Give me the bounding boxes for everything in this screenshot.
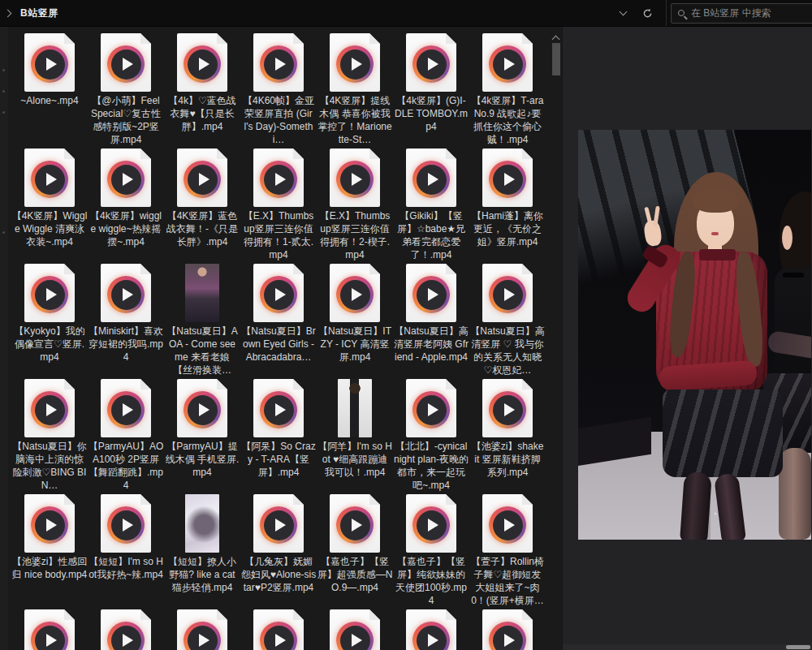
file-item[interactable]: 【4K60帧】金亚荣竖屏直拍 (Girl's Day)-Somethi… [240, 33, 317, 149]
scroll-up-icon[interactable] [552, 36, 560, 44]
video-file-icon [482, 264, 533, 322]
dancer2-leg [779, 448, 811, 540]
file-name: 【4K竖屏】Wiggle Wiggle 清爽泳衣装~.mp4 [12, 209, 88, 248]
file-name: 【Gikiki】【竖屏】☆babe★兄弟看完都恋爱了！.mp4 [394, 209, 469, 261]
file-name: 【Hami蓬】离你更近，《无价之姐》竖屏.mp4 [470, 209, 546, 248]
horizontal-scrollbar-thumb[interactable] [786, 645, 810, 649]
file-item[interactable]: 【池婆zi】shake it 竖屏新鞋挤脚系列.mp4 [469, 379, 546, 494]
search-box[interactable] [671, 3, 812, 24]
video-file-icon [177, 149, 227, 207]
video-file-icon [24, 264, 75, 322]
file-name: 【4k竖屏】(G)I-DLE TOMBOY.mp4 [394, 94, 469, 133]
file-item[interactable]: 【短短】I'm so Hot我好热~辣.mp4 [88, 494, 164, 609]
sidebar-dot-icon [2, 69, 5, 71]
vertical-scrollbar[interactable] [551, 27, 562, 650]
file-name: 【ParmyAU】提线木偶 手机竖屏.mp4 [165, 440, 240, 479]
file-item[interactable]: 【萱子】Rollin椅子舞♡超御短发大姐姐来了~肉0！(竖屏+横屏… [469, 494, 546, 609]
video-file-icon [406, 379, 456, 437]
scrollbar-thumb[interactable] [552, 43, 560, 75]
video-thumbnail [185, 264, 219, 322]
file-name: 【4K竖屏】蓝色战衣舞！-《只是长胖》.mp4 [165, 209, 240, 248]
file-item[interactable]: 【嘉也子】【竖屏】纯欲妹妹的天使团100秒.mp4 [393, 494, 469, 609]
file-item[interactable]: 【E.X】Thumbs up竖屏三连你值得拥有！2-楔子.mp4 [317, 149, 393, 264]
file-name: 【Natsu夏日】高清竖屏 ♡ 我与你的关系无人知晓 ♡权恩妃… [470, 325, 546, 377]
file-item[interactable]: 【Miniskirt】喜欢穿短裙的我吗.mp4 [88, 264, 164, 379]
file-item[interactable]: 【4k竖屏】T-ara No.9 战歌起♪要抓住你这个偷心贼！.mp4 [469, 33, 546, 149]
video-file-icon [101, 379, 151, 437]
file-item[interactable] [469, 609, 546, 650]
video-file-icon [253, 33, 304, 92]
file-item[interactable]: 【4K竖屏】Wiggle Wiggle 清爽泳衣装~.mp4 [11, 149, 88, 264]
breadcrumb: B站竖屏 [20, 6, 58, 20]
video-file-icon [101, 149, 151, 207]
file-item[interactable] [317, 609, 393, 650]
sidebar-dot-icon [2, 231, 5, 234]
file-name: 【池婆zi】shake it 竖屏新鞋挤脚系列.mp4 [470, 440, 546, 479]
video-file-icon [177, 609, 227, 650]
file-item[interactable]: 【4K竖屏】蓝色战衣舞！-《只是长胖》.mp4 [164, 149, 240, 264]
file-item[interactable]: 【Natsu夏日】高清竖屏老阿姨 Gfriend - Apple.mp4 [393, 264, 469, 379]
file-item[interactable]: 【Natsu夏日】ITZY - ICY 高清竖屏.mp4 [317, 264, 393, 379]
search-input[interactable] [691, 7, 812, 19]
video-file-icon [406, 33, 456, 92]
video-file-icon [253, 494, 304, 553]
video-file-icon [482, 33, 533, 92]
video-file-icon [253, 264, 304, 322]
file-item[interactable]: 【Natsu夏日】Brown Eyed Girls - Abracadabra… [240, 264, 317, 379]
file-item[interactable]: 【ParmyAU】AOA100秒 2P竖屏【舞蹈翻跳】.mp4 [88, 379, 164, 494]
file-item[interactable]: 【北北】-cynical night plan-夜晚的都市，来一起玩吧~.mp4 [393, 379, 469, 494]
file-item[interactable]: 【E.X】Thumbs up竖屏三连你值得拥有！1-贰太.mp4 [240, 149, 317, 264]
toolbar-left: B站竖屏 [0, 0, 620, 26]
file-item[interactable]: 【4k】♡蓝色战衣舞♥【只是长胖】.mp4 [164, 33, 240, 149]
file-item[interactable] [393, 609, 469, 650]
file-item[interactable]: 【嘉也子】【竖屏】超强质感—NO.9—.mp4 [317, 494, 393, 609]
file-item[interactable]: 【ParmyAU】提线木偶 手机竖屏.mp4 [164, 379, 240, 494]
file-item[interactable] [11, 609, 88, 650]
video-file-icon [24, 609, 75, 650]
file-item[interactable]: 【阿羊】I'm so Hot ♥细高跟蹦迪 我可以！.mp4 [317, 379, 393, 494]
file-name: 【短短】撩人小野猫? like a cat 猫步轻俏.mp4 [165, 555, 240, 594]
file-name: 【Natsu夏日】AOA - Come see me 来看老娘 【丝滑换装… [165, 325, 240, 377]
video-file-icon [406, 609, 456, 650]
file-item[interactable]: 【Natsu夏日】高清竖屏 ♡ 我与你的关系无人知晓 ♡权恩妃… [469, 264, 546, 379]
file-item[interactable]: 【短短】撩人小野猫? like a cat 猫步轻俏.mp4 [164, 494, 240, 609]
video-file-icon [24, 149, 75, 207]
sidebar-strip [0, 27, 8, 650]
floor-sparkle [715, 513, 716, 514]
file-name: 【池婆zi】性感回归 nice body.mp4 [12, 555, 88, 581]
file-name: 【几兔灰】妩媚怨妇风♥Alone-sistar♥P2竖屏.mp4 [241, 555, 317, 594]
file-item[interactable]: 【Gikiki】【竖屏】☆babe★兄弟看完都恋爱了！.mp4 [393, 149, 469, 264]
file-item[interactable] [88, 609, 164, 650]
file-name: 【4K60帧】金亚荣竖屏直拍 (Girl's Day)-Somethi… [241, 94, 317, 146]
file-name: 【@小萌】Feel Special♡复古性感特别版~2P竖屏.mp4 [89, 94, 164, 146]
file-item[interactable]: 【4k竖屏】(G)I-DLE TOMBOY.mp4 [393, 33, 469, 149]
file-item[interactable]: ~Alone~.mp4 [11, 33, 88, 149]
horizontal-scrollbar[interactable] [563, 644, 812, 650]
dancer2-choker [783, 273, 804, 278]
file-name: 【Kyokyo】我的偶像宣言♡竖屏.mp4 [12, 325, 88, 364]
dropdown-chevron-icon[interactable] [620, 8, 628, 16]
file-item[interactable]: 【4K竖屏】提线木偶 恭喜你被我掌控了！Marionette-St… [317, 33, 393, 149]
file-item[interactable]: 【4k竖屏】wiggle wiggle~热辣摇摆~.mp4 [88, 149, 164, 264]
file-item[interactable]: 【Kyokyo】我的偶像宣言♡竖屏.mp4 [11, 264, 88, 379]
file-item[interactable]: 【Hami蓬】离你更近，《无价之姐》竖屏.mp4 [469, 149, 546, 264]
dancer1-bangs [693, 188, 739, 213]
refresh-icon[interactable] [642, 8, 653, 19]
file-item[interactable] [240, 609, 317, 650]
file-item[interactable]: 【池婆zi】性感回归 nice body.mp4 [11, 494, 88, 609]
file-item[interactable]: 【@小萌】Feel Special♡复古性感特别版~2P竖屏.mp4 [88, 33, 164, 149]
video-file-icon [482, 379, 533, 437]
video-file-icon [24, 494, 75, 553]
sidebar-dot-icon [2, 90, 5, 93]
preview-image [578, 130, 811, 540]
file-item[interactable] [164, 609, 240, 650]
file-item[interactable]: 【阿呆】So Crazy - T-ARA【竖屏】.mp4 [240, 379, 317, 494]
file-item[interactable]: 【Natsu夏日】AOA - Come see me 来看老娘 【丝滑换装… [164, 264, 240, 379]
file-item[interactable]: 【几兔灰】妩媚怨妇风♥Alone-sistar♥P2竖屏.mp4 [240, 494, 317, 609]
file-item[interactable]: 【Natsu夏日】你脑海中上演的惊险刺激♡BING BIN… [11, 379, 88, 494]
file-name: 【北北】-cynical night plan-夜晚的都市，来一起玩吧~.mp4 [394, 440, 469, 492]
file-name: 【E.X】Thumbs up竖屏三连你值得拥有！2-楔子.mp4 [317, 209, 393, 261]
dancer1-collar [699, 249, 736, 260]
video-file-icon [253, 609, 304, 650]
breadcrumb-chevron-icon[interactable] [4, 9, 12, 17]
